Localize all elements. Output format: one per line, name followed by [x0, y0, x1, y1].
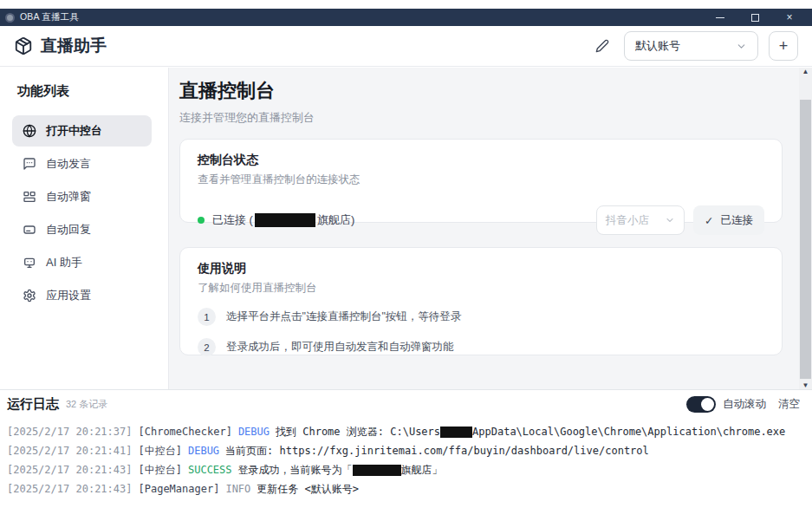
status-dot: [198, 217, 205, 224]
log-level: INFO: [225, 483, 250, 495]
log-timestamp: [2025/2/17 20:21:43]: [7, 483, 133, 495]
log-header-actions: 自动滚动 清空: [686, 396, 800, 413]
connected-button-label: 已连接: [721, 213, 754, 228]
log-timestamp: [2025/2/17 20:21:41]: [7, 445, 133, 457]
chat-bubble-icon: [23, 157, 36, 171]
step-number-badge: 2: [198, 338, 216, 356]
sidebar-item-label: 应用设置: [46, 288, 91, 303]
sidebar-item-auto-reply[interactable]: 自动回复: [12, 214, 152, 245]
log-source: [PageManager]: [139, 483, 220, 495]
log-level: SUCCESS: [188, 464, 232, 476]
scrollbar-thumb[interactable]: [800, 100, 811, 379]
log-title: 运行日志: [7, 396, 59, 413]
step-text: 选择平台并点击"连接直播控制台"按钮，等待登录: [226, 309, 461, 324]
sidebar-item-settings[interactable]: 应用设置: [12, 280, 152, 311]
account-select[interactable]: 默认账号: [624, 31, 758, 61]
usage-help-card: 使用说明 了解如何使用直播控制台 1 选择平台并点击"连接直播控制台"按钮，等待…: [179, 247, 783, 355]
app-body: 功能列表 打开中控台 自动发言 自动弹窗: [0, 68, 812, 389]
sidebar-item-auto-speak[interactable]: 自动发言: [12, 148, 152, 179]
chat-reply-icon: [23, 223, 36, 237]
close-icon: ×: [786, 11, 792, 23]
clear-log-button[interactable]: 清空: [778, 397, 800, 412]
console-status-card: 控制台状态 查看并管理直播控制台的连接状态 已连接 (旗舰店) 抖音小店 ✓: [179, 139, 783, 223]
page-title: 直播控制台: [179, 78, 786, 104]
log-message: 找到 Chrome 浏览器: C:\Users: [276, 426, 440, 438]
plus-icon: +: [779, 37, 789, 55]
redacted-text: [353, 465, 401, 476]
help-card-subtitle: 了解如何使用直播控制台: [198, 281, 764, 296]
log-message: 更新任务 <默认账号>: [257, 483, 359, 495]
scroll-up-icon[interactable]: ▲: [799, 68, 812, 75]
log-level: DEBUG: [188, 445, 219, 457]
log-message: AppData\Local\Google\Chrome\Application\…: [472, 426, 785, 438]
autoscroll-label: 自动滚动: [723, 397, 766, 412]
connected-button[interactable]: ✓ 已连接: [693, 205, 764, 235]
sidebar-item-open-console[interactable]: 打开中控台: [12, 115, 152, 147]
minimize-icon: [716, 17, 724, 18]
sidebar-item-label: 打开中控台: [46, 123, 102, 139]
add-account-button[interactable]: +: [769, 31, 798, 61]
close-button[interactable]: ×: [772, 9, 807, 26]
edit-account-button[interactable]: [591, 35, 614, 57]
scroll-down-icon[interactable]: ▼: [799, 381, 812, 389]
sidebar-title: 功能列表: [17, 83, 151, 100]
log-message: 登录成功，当前账号为「: [238, 464, 353, 476]
platform-select-value: 抖音小店: [606, 213, 649, 228]
status-controls: 抖音小店 ✓ 已连接: [596, 205, 764, 235]
main-scrollbar[interactable]: ▲ ▼: [799, 68, 812, 389]
chevron-down-icon: [665, 215, 675, 225]
window-titlebar: OBA 直播工具 ×: [0, 9, 812, 26]
app-title: 直播助手: [41, 35, 107, 57]
globe-icon: [23, 124, 36, 138]
sidebar-item-label: 自动发言: [46, 156, 91, 172]
log-level: DEBUG: [238, 426, 270, 438]
chevron-down-icon: [736, 41, 747, 52]
sidebar-item-label: AI 助手: [46, 255, 82, 270]
log-timestamp: [2025/2/17 20:21:37]: [7, 426, 133, 438]
sidebar-item-auto-popup[interactable]: 自动弹窗: [12, 181, 152, 212]
toggle-knob: [701, 398, 714, 411]
log-timestamp: [2025/2/17 20:21:43]: [7, 464, 133, 476]
pencil-icon: [595, 39, 609, 53]
popup-window-icon: [23, 190, 36, 204]
app-logo-icon: [5, 13, 15, 23]
sidebar-item-label: 自动回复: [46, 222, 91, 238]
package-icon: [14, 36, 33, 55]
step-text: 登录成功后，即可使用自动发言和自动弹窗功能: [226, 340, 454, 355]
sidebar: 功能列表 打开中控台 自动发言 自动弹窗: [0, 68, 169, 389]
app-brand: 直播助手: [14, 35, 107, 57]
maximize-icon: [751, 14, 759, 22]
help-step-1: 1 选择平台并点击"连接直播控制台"按钮，等待登录: [198, 308, 764, 326]
app-header: 直播助手 默认账号 +: [0, 26, 812, 67]
gear-icon: [23, 289, 36, 303]
check-icon: ✓: [705, 214, 713, 227]
log-entry: [2025/2/17 20:21:43][中控台]SUCCESS登录成功，当前账…: [7, 460, 805, 479]
maximize-button[interactable]: [737, 9, 772, 26]
status-card-title: 控制台状态: [198, 153, 764, 168]
autoscroll-toggle[interactable]: [686, 396, 716, 413]
log-message: 当前页面: https://fxg.jinritemai.com/ffa/buy…: [225, 445, 649, 457]
step-number-badge: 1: [198, 308, 216, 326]
app-window: OBA 直播工具 × 直播助手 默认账号: [0, 0, 812, 508]
log-panel: 运行日志 32 条记录 自动滚动 清空 [2025/2/17 20:21:37]…: [0, 389, 812, 508]
redacted-account-name: [255, 213, 315, 227]
status-card-subtitle: 查看并管理直播控制台的连接状态: [198, 173, 764, 187]
sidebar-item-label: 自动弹窗: [46, 189, 91, 205]
main-content: 直播控制台 连接并管理您的直播控制台 控制台状态 查看并管理直播控制台的连接状态…: [169, 68, 812, 389]
help-step-2: 2 登录成功后，即可使用自动发言和自动弹窗功能: [198, 338, 764, 356]
connection-status-row: 已连接 (旗舰店) 抖音小店 ✓ 已连接: [198, 205, 764, 235]
log-entry: [2025/2/17 20:21:37][ChromeChecker]DEBUG…: [7, 422, 805, 441]
status-text: 已连接 (旗舰店): [212, 212, 354, 228]
window-controls: ×: [703, 9, 807, 26]
redacted-text: [440, 427, 472, 438]
sidebar-item-ai-assistant[interactable]: AI 助手: [12, 247, 152, 278]
log-source: [中控台]: [139, 445, 182, 457]
page-subtitle: 连接并管理您的直播控制台: [179, 110, 786, 126]
log-source: [ChromeChecker]: [139, 426, 232, 438]
log-count-badge: 32 条记录: [66, 398, 107, 411]
account-select-value: 默认账号: [635, 38, 680, 54]
log-source: [中控台]: [139, 464, 182, 476]
minimize-button[interactable]: [703, 9, 737, 26]
platform-select[interactable]: 抖音小店: [596, 205, 685, 235]
help-card-title: 使用说明: [198, 261, 764, 277]
